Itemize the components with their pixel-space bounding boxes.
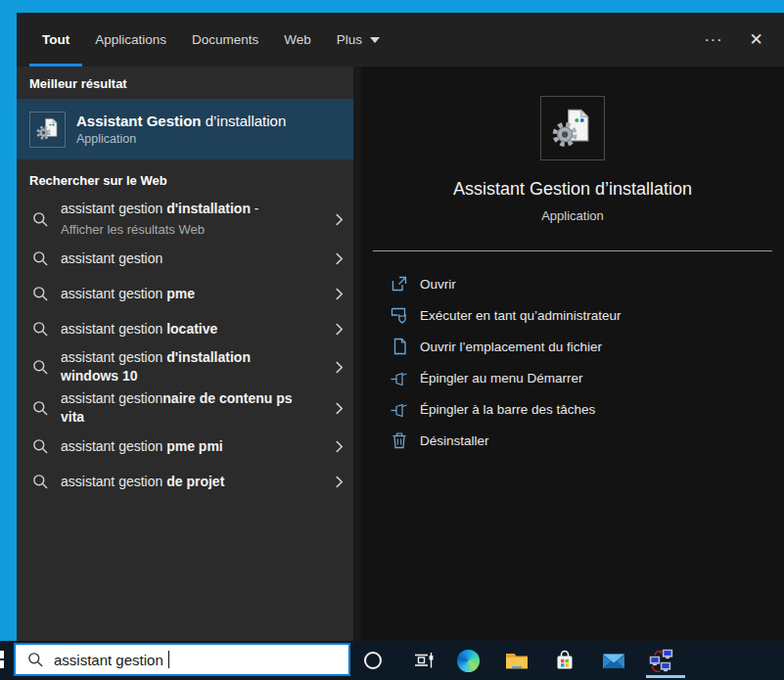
active-app-indicator: [646, 675, 685, 678]
suggestion-text: assistant gestion pme: [61, 285, 307, 303]
search-input-value: assistant gestion: [54, 652, 163, 668]
chevron-right-icon[interactable]: [335, 401, 344, 416]
preview-pane: Assistant Gestion d’installation Applica…: [361, 67, 784, 641]
close-button[interactable]: ✕: [735, 13, 778, 67]
tab-plus[interactable]: Plus: [324, 13, 392, 67]
preview-app-type: Application: [361, 208, 784, 223]
open-icon: [390, 274, 409, 294]
text-caret: [168, 651, 170, 668]
search-icon: [32, 359, 49, 376]
cortana-icon: [362, 650, 384, 671]
chevron-right-icon[interactable]: [335, 475, 344, 489]
best-result-item[interactable]: Assistant Gestion d’installation Applica…: [17, 99, 353, 159]
action-open[interactable]: Ouvrir: [390, 268, 784, 299]
close-icon: ✕: [749, 29, 763, 50]
taskbar-search-input[interactable]: assistant gestion: [14, 643, 350, 676]
search-icon: [27, 652, 44, 668]
suggestion-text: assistant gestionnaire de contenu ps vit…: [61, 389, 307, 427]
results-pane: Meilleur résultat Assistant Gestion d’in…: [17, 67, 353, 641]
action-label: Épingler à la barre des tâches: [420, 402, 595, 417]
action-pin-to-start[interactable]: Épingler au menu Démarrer: [390, 362, 784, 393]
suggestion-text: assistant gestion locative: [61, 320, 307, 339]
tab-tout[interactable]: Tout: [29, 13, 82, 67]
suggestion-text: assistant gestion d'installation windows…: [61, 348, 307, 385]
search-icon: [32, 211, 49, 228]
edge-icon: [457, 650, 480, 672]
chevron-right-icon[interactable]: [335, 251, 344, 266]
web-suggestion-row[interactable]: assistant gestion: [17, 241, 353, 276]
web-suggestion-row[interactable]: assistant gestion pme: [17, 276, 353, 311]
chevron-right-icon[interactable]: [335, 322, 344, 337]
file-location-icon: [390, 337, 409, 356]
tab-documents[interactable]: Documents: [179, 13, 271, 67]
start-button-partial[interactable]: [0, 647, 10, 672]
preview-icon-box: [540, 96, 605, 160]
pin-icon: [390, 399, 409, 419]
search-icon: [32, 321, 49, 338]
web-suggestion-row[interactable]: assistant gestion d'installation windows…: [17, 346, 353, 387]
tab-plus-label: Plus: [337, 32, 362, 47]
shield-admin-icon: [390, 305, 409, 325]
action-open-file-location[interactable]: Ouvrir l’emplacement du fichier: [390, 331, 784, 362]
tab-tout-label: Tout: [42, 32, 69, 47]
taskbar-app-edge[interactable]: [448, 641, 487, 680]
more-options-button[interactable]: ···: [692, 13, 735, 67]
tab-applications[interactable]: Applications: [82, 13, 179, 67]
taskbar-app-network-install[interactable]: [642, 641, 681, 680]
suggestion-text: assistant gestion de projet: [61, 473, 307, 491]
suggestion-text: assistant gestion d'installation - Affic…: [61, 200, 307, 239]
best-result-type: Application: [76, 132, 286, 146]
search-filter-tabbar: Tout Applications Documents Web Plus ···…: [17, 13, 784, 67]
web-search-header: Rechercher sur le Web: [17, 159, 353, 196]
best-result-title: Assistant Gestion d’installation: [76, 113, 286, 129]
web-suggestion-row[interactable]: assistant gestion locative: [17, 311, 353, 346]
chevron-right-icon[interactable]: [335, 287, 344, 301]
preview-app-title: Assistant Gestion d’installation: [361, 179, 784, 200]
chevron-down-icon: [370, 37, 380, 43]
web-suggestion-row[interactable]: assistant gestionnaire de contenu ps vit…: [17, 387, 353, 429]
action-uninstall[interactable]: Désinstaller: [390, 425, 784, 456]
taskbar-app-mail[interactable]: [594, 641, 633, 680]
suggestion-subtext: Afficher les résultats Web: [61, 220, 307, 239]
web-suggestion-row[interactable]: assistant gestion pme pmi: [17, 429, 353, 464]
search-icon: [32, 250, 49, 267]
windows-logo-icon: [0, 651, 4, 658]
chevron-right-icon[interactable]: [335, 439, 344, 454]
action-pin-to-taskbar[interactable]: Épingler à la barre des tâches: [390, 393, 784, 425]
search-flyout-window: Tout Applications Documents Web Plus ···…: [17, 13, 784, 641]
action-run-as-admin[interactable]: Exécuter en tant qu’administrateur: [390, 299, 784, 331]
trash-icon: [390, 431, 409, 450]
store-icon: [554, 650, 576, 671]
action-label: Exécuter en tant qu’administrateur: [420, 308, 622, 323]
cortana-button[interactable]: [353, 641, 392, 680]
tab-web[interactable]: Web: [271, 13, 324, 67]
search-icon: [32, 286, 49, 302]
best-result-icon-box: [29, 112, 66, 148]
search-icon: [32, 438, 49, 455]
action-label: Désinstaller: [420, 433, 489, 448]
ellipsis-icon: ···: [705, 31, 723, 49]
best-result-header: Meilleur résultat: [17, 67, 353, 99]
taskbar-app-tweak[interactable]: [405, 641, 444, 680]
best-result-texts: Assistant Gestion d’installation Applica…: [76, 113, 286, 146]
tab-web-label: Web: [284, 32, 311, 47]
action-label: Ouvrir l’emplacement du fichier: [420, 340, 602, 354]
tweak-app-icon: [414, 651, 436, 670]
web-suggestion-row[interactable]: assistant gestion de projet: [17, 464, 353, 499]
suggestion-text: assistant gestion pme pmi: [61, 437, 307, 456]
suggestion-text: assistant gestion: [61, 249, 307, 268]
taskbar: assistant gestion: [0, 641, 784, 680]
web-suggestion-row[interactable]: assistant gestion d'installation - Affic…: [17, 198, 353, 241]
pin-icon: [390, 368, 409, 387]
app-gear-document-icon: [35, 116, 61, 142]
tab-applications-label: Applications: [95, 32, 166, 47]
search-icon: [32, 400, 49, 417]
chevron-right-icon[interactable]: [335, 360, 344, 375]
taskbar-app-store[interactable]: [545, 641, 584, 680]
app-gear-document-icon: [550, 106, 595, 151]
action-label: Épingler au menu Démarrer: [420, 371, 583, 385]
chevron-right-icon[interactable]: [335, 212, 344, 227]
web-suggestion-list: assistant gestion d'installation - Affic…: [17, 198, 353, 499]
taskbar-app-file-explorer[interactable]: [497, 641, 536, 680]
pane-divider: [353, 67, 361, 641]
